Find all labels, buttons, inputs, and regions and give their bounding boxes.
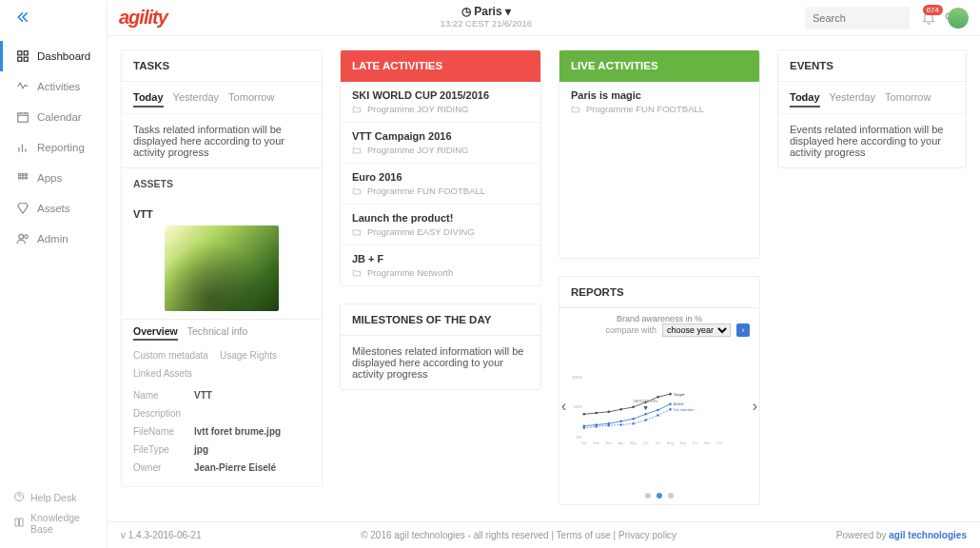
footer-legal: © 2016 agil technologies - all rights re… — [361, 530, 676, 540]
svg-point-54 — [669, 402, 672, 405]
sidebar-footer-item[interactable]: Help Desk — [13, 487, 93, 508]
sidebar-item-label: Calendar — [37, 111, 82, 123]
live-activities-card: LIVE ACTIVITIES Paris is magicProgramme … — [559, 49, 760, 259]
sidebar-item-label: Apps — [37, 172, 62, 184]
brand-logo: agility — [119, 7, 167, 29]
milestones-card: MILESTONES OF THE DAY Milestones related… — [340, 303, 541, 390]
tab-today[interactable]: Today — [790, 91, 820, 108]
sidebar-item-label: Assets — [37, 203, 70, 214]
asset-meta-link[interactable]: Usage Rights — [220, 350, 277, 361]
activity-title: SKI WORLD CUP 2015/2016 — [352, 89, 529, 101]
compare-select[interactable]: choose year — [662, 323, 731, 337]
chart-pagination[interactable] — [569, 489, 750, 500]
svg-point-51 — [632, 418, 635, 421]
search-box[interactable] — [805, 7, 910, 29]
avatar[interactable] — [948, 8, 969, 29]
tab-technical info[interactable]: Technical info — [187, 325, 248, 341]
asset-field-key: FileType — [133, 444, 186, 455]
tasks-tabs: TodayYesterdayTomorrow — [122, 82, 322, 114]
svg-text:Apr: Apr — [618, 441, 625, 445]
chart-prev-button[interactable]: ‹ — [561, 398, 566, 415]
svg-point-13 — [25, 173, 27, 175]
activity-item[interactable]: JB + FProgramme Networth — [341, 245, 540, 285]
asset-field-key: Name — [133, 390, 186, 401]
svg-point-39 — [596, 412, 598, 415]
events-tabs: TodayYesterdayTomorrow — [778, 82, 966, 114]
svg-point-15 — [22, 177, 24, 179]
activity-item[interactable]: Paris is magicProgramme FUN FOOTBALL — [559, 82, 759, 122]
notification-count: 674 — [923, 5, 943, 15]
asset-field-row: NameVTT — [133, 386, 310, 404]
sidebar-item-activities[interactable]: Activities — [0, 71, 107, 102]
tab-yesterday[interactable]: Yesterday — [830, 91, 876, 108]
svg-point-41 — [619, 408, 622, 411]
sidebar-footer: Help DeskKnowledge Base — [0, 487, 107, 538]
assets-subhead: ASSETS — [122, 167, 322, 199]
tab-tomorrow[interactable]: Tomorrow — [228, 91, 274, 108]
activity-title: Euro 2016 — [352, 171, 529, 183]
sidebar-item-calendar[interactable]: Calendar — [0, 102, 107, 132]
sidebar-item-assets[interactable]: Assets — [0, 193, 107, 224]
activity-item[interactable]: Euro 2016Programme FUN FOOTBALL — [341, 164, 540, 205]
tab-today[interactable]: Today — [133, 91, 164, 108]
activities-icon — [16, 80, 29, 93]
sidebar-item-apps[interactable]: Apps — [0, 163, 107, 193]
sidebar-item-reporting[interactable]: Reporting — [0, 132, 107, 163]
tab-yesterday[interactable]: Yesterday — [173, 91, 220, 108]
svg-text:Nov: Nov — [704, 441, 711, 445]
svg-text:Feb: Feb — [594, 441, 599, 445]
asset-meta-link[interactable]: Custom metadata — [133, 350, 208, 361]
activity-title: Launch the product! — [352, 212, 529, 224]
chart-title: Brand awareness in % — [569, 314, 750, 323]
clock-icon: ◷ — [461, 5, 471, 18]
svg-text:Oct: Oct — [693, 441, 698, 445]
dashboard-icon — [16, 49, 29, 63]
svg-text:Target: Target — [674, 392, 686, 397]
sidebar-item-admin[interactable]: Admin — [0, 224, 107, 254]
compare-go-button[interactable]: › — [736, 323, 750, 337]
activity-item[interactable]: VTT Campaign 2016Programme JOY RIDING — [341, 123, 540, 164]
svg-point-59 — [619, 423, 622, 426]
activity-sub: Programme Networth — [352, 267, 529, 278]
topbar: agility ◷ Paris ▾ 13:22 CEST 21/6/2016 6… — [108, 0, 980, 36]
notifications-button[interactable]: 674 — [921, 10, 936, 27]
events-card: EVENTS TodayYesterdayTomorrow Events rel… — [777, 49, 967, 168]
sidebar-item-label: Reporting — [37, 142, 85, 153]
powered-by: Powered by agil technologies — [836, 530, 967, 540]
sidebar-item-dashboard[interactable]: Dashboard — [0, 41, 107, 71]
reports-title: REPORTS — [559, 277, 759, 308]
svg-point-60 — [632, 422, 635, 425]
asset-field-value: jpg — [194, 444, 208, 455]
chart-next-button[interactable]: › — [753, 398, 757, 415]
reports-card: REPORTS ‹ › Brand awareness in % compare… — [559, 276, 760, 505]
location-selector[interactable]: ◷ Paris ▾ 13:22 CEST 21/6/2016 — [167, 6, 805, 29]
tasks-card: TASKS TodayYesterdayTomorrow Tasks relat… — [121, 49, 323, 487]
activity-title: VTT Campaign 2016 — [352, 130, 529, 142]
collapse-icon[interactable] — [0, 10, 107, 41]
svg-text:100%: 100% — [572, 375, 582, 380]
asset-field-value: lvtt foret brume.jpg — [194, 426, 281, 437]
svg-rect-0 — [18, 51, 22, 55]
tab-tomorrow[interactable]: Tomorrow — [885, 91, 931, 108]
svg-point-12 — [22, 173, 24, 175]
activity-sub: Programme JOY RIDING — [352, 145, 529, 155]
svg-point-17 — [19, 234, 24, 239]
asset-field-key: Owner — [133, 462, 186, 473]
svg-point-16 — [25, 177, 27, 179]
asset-thumbnail[interactable] — [165, 225, 279, 311]
apps-icon — [16, 171, 29, 185]
tasks-title: TASKS — [122, 50, 322, 82]
svg-point-50 — [619, 421, 622, 423]
help-icon — [13, 491, 25, 504]
activity-item[interactable]: SKI WORLD CUP 2015/2016Programme JOY RID… — [341, 82, 540, 123]
activity-item[interactable]: Launch the product!Programme EASY DIVING — [341, 205, 540, 245]
sidebar-footer-item[interactable]: Knowledge Base — [13, 508, 93, 538]
asset-field-value: VTT — [194, 390, 212, 401]
sidebar-item-label: Dashboard — [37, 50, 90, 62]
svg-text:1st mention: 1st mention — [674, 407, 695, 412]
tab-overview[interactable]: Overview — [133, 325, 178, 341]
activity-sub: Programme FUN FOOTBALL — [571, 104, 748, 114]
svg-point-62 — [657, 414, 659, 417]
asset-meta-link[interactable]: Linked Assets — [133, 368, 192, 379]
sidebar: DashboardActivitiesCalendarReportingApps… — [0, 0, 108, 548]
